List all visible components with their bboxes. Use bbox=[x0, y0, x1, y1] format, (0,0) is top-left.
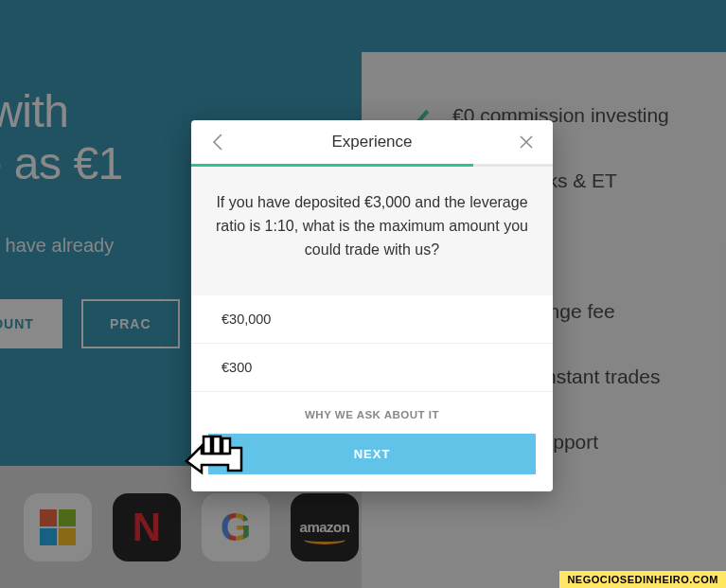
experience-modal: Experience If you have deposited €3,000 … bbox=[191, 120, 553, 491]
modal-title: Experience bbox=[331, 133, 412, 151]
next-button[interactable]: NEXT bbox=[208, 434, 536, 474]
close-icon[interactable] bbox=[517, 133, 536, 151]
option-30000[interactable]: €30,000 bbox=[191, 295, 553, 344]
modal-question: If you have deposited €3,000 and the lev… bbox=[191, 167, 553, 295]
watermark: NEGOCIOSEDINHEIRO.COM bbox=[559, 571, 726, 588]
why-we-ask-link[interactable]: WHY WE ASK ABOUT IT bbox=[191, 392, 553, 434]
option-300[interactable]: €300 bbox=[191, 344, 553, 392]
back-icon[interactable] bbox=[208, 133, 227, 151]
